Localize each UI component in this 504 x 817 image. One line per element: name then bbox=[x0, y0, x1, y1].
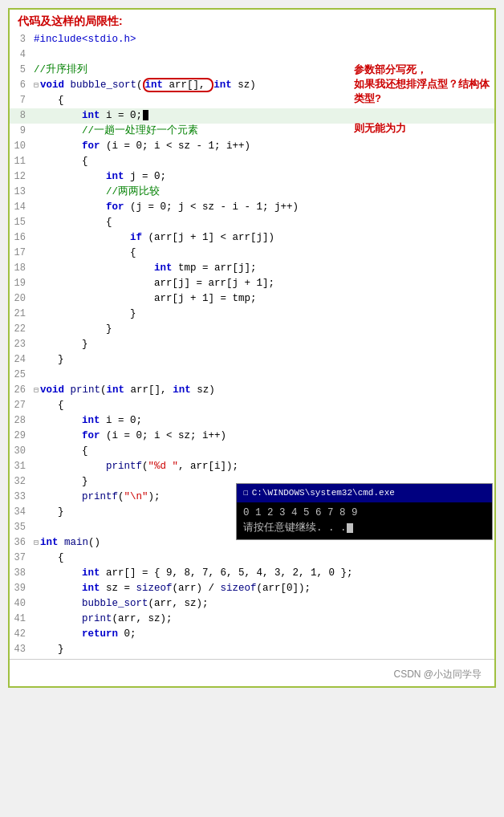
cmd-cursor bbox=[347, 523, 353, 533]
line-num-3: 3 bbox=[10, 32, 32, 47]
footer: CSDN @小边同学导 bbox=[10, 661, 494, 686]
line-num-14: 14 bbox=[10, 200, 32, 215]
cmd-titlebar: ☐ C:\WINDOWS\system32\cmd.exe bbox=[237, 484, 492, 502]
code-line-37: 37 { bbox=[10, 551, 494, 566]
line-num-26: 26 bbox=[10, 383, 32, 398]
line-content-13: //两两比较 bbox=[32, 185, 494, 200]
code-line-43: 43 } bbox=[10, 642, 494, 657]
cmd-icon: ☐ bbox=[243, 486, 249, 501]
line-content-15: { bbox=[32, 215, 494, 230]
line-content-24: } bbox=[32, 352, 494, 368]
code-line-4: 4 bbox=[10, 47, 494, 63]
code-line-22: 22 } bbox=[10, 322, 494, 337]
line-num-28: 28 bbox=[10, 413, 32, 429]
line-content-40: bubble_sort(arr, sz); bbox=[32, 596, 494, 612]
line-num-36: 36 bbox=[10, 535, 32, 551]
code-line-13: 13 //两两比较 bbox=[10, 185, 494, 200]
code-line-12: 12 int j = 0; bbox=[10, 169, 494, 185]
line-content-30: { bbox=[32, 444, 494, 459]
line-num-25: 25 bbox=[10, 368, 32, 383]
code-line-38: 38 int arr[] = { 9, 8, 7, 6, 5, 4, 3, 2,… bbox=[10, 566, 494, 581]
line-content-29: for (i = 0; i < sz; i++) bbox=[32, 429, 494, 444]
line-content-26: ⊟void print(int arr[], int sz) bbox=[32, 383, 494, 398]
code-line-39: 39 int sz = sizeof(arr) / sizeof(arr[0])… bbox=[10, 581, 494, 596]
cmd-region: 33 printf("\n"); 34 } ☐ C:\WINDOWS\syste… bbox=[10, 490, 494, 520]
cmd-body: 0 1 2 3 4 5 6 7 8 9 请按任意键继续. . . bbox=[237, 502, 492, 539]
cmd-output-line: 0 1 2 3 4 5 6 7 8 9 bbox=[243, 506, 486, 521]
line-content-28: int i = 0; bbox=[32, 413, 494, 429]
cmd-title-text: C:\WINDOWS\system32\cmd.exe bbox=[252, 486, 395, 501]
code-line-26: 26 ⊟void print(int arr[], int sz) bbox=[10, 383, 494, 398]
line-content-39: int sz = sizeof(arr) / sizeof(arr[0]); bbox=[32, 581, 494, 596]
line-num-41: 41 bbox=[10, 612, 32, 627]
code-line-31: 31 printf("%d ", arr[i]); bbox=[10, 459, 494, 474]
code-line-21: 21 } bbox=[10, 307, 494, 322]
line-content-31: printf("%d ", arr[i]); bbox=[32, 459, 494, 474]
annotation-text-2: 如果我还想排浮点型？结构体 bbox=[354, 78, 490, 90]
main-container: 代码及这样的局限性: 3 #include<stdio.h> 4 5 //升序排… bbox=[8, 8, 496, 688]
code-line-28: 28 int i = 0; bbox=[10, 413, 494, 429]
line-num-23: 23 bbox=[10, 337, 32, 352]
line-num-16: 16 bbox=[10, 230, 32, 246]
line-num-29: 29 bbox=[10, 429, 32, 444]
code-line-9: 9 //一趟一处理好一个元素 bbox=[10, 124, 494, 139]
code-line-23: 23 } bbox=[10, 337, 494, 352]
line-content-23: } bbox=[32, 337, 494, 352]
line-num-10: 10 bbox=[10, 139, 32, 154]
line-content-43: } bbox=[32, 642, 494, 657]
line-content-42: return 0; bbox=[32, 627, 494, 642]
line-num-22: 22 bbox=[10, 322, 32, 337]
code-line-11: 11 { bbox=[10, 154, 494, 169]
line-num-4: 4 bbox=[10, 47, 32, 63]
line-content-18: int tmp = arr[j]; bbox=[32, 261, 494, 276]
line-content-22: } bbox=[32, 322, 494, 337]
cmd-prompt-line: 请按任意键继续. . . bbox=[243, 521, 486, 536]
line-content-10: for (i = 0; i < sz - 1; i++) bbox=[32, 139, 494, 154]
code-line-19: 19 arr[j] = arr[j + 1]; bbox=[10, 276, 494, 291]
line-num-40: 40 bbox=[10, 596, 32, 612]
code-line-20: 20 arr[j + 1] = tmp; bbox=[10, 291, 494, 307]
line-num-18: 18 bbox=[10, 261, 32, 276]
code-line-42: 42 return 0; bbox=[10, 627, 494, 642]
line-num-6: 6 bbox=[10, 78, 32, 93]
line-content-25 bbox=[32, 368, 494, 383]
line-num-11: 11 bbox=[10, 154, 32, 169]
line-num-9: 9 bbox=[10, 124, 32, 139]
code-line-30: 30 { bbox=[10, 444, 494, 459]
line-num-31: 31 bbox=[10, 459, 32, 474]
line-content-11: { bbox=[32, 154, 494, 169]
line-content-3: #include<stdio.h> bbox=[32, 32, 494, 47]
line-content-9: //一趟一处理好一个元素 bbox=[32, 124, 494, 139]
line-num-13: 13 bbox=[10, 185, 32, 200]
cmd-window: ☐ C:\WINDOWS\system32\cmd.exe 0 1 2 3 4 … bbox=[236, 483, 493, 540]
line-content-16: if (arr[j + 1] < arr[j]) bbox=[32, 230, 494, 246]
line-num-43: 43 bbox=[10, 642, 32, 657]
line-content-38: int arr[] = { 9, 8, 7, 6, 5, 4, 3, 2, 1,… bbox=[32, 566, 494, 581]
line-num-15: 15 bbox=[10, 215, 32, 230]
annotation-text-3: 类型? bbox=[354, 92, 381, 104]
code-line-16: 16 if (arr[j + 1] < arr[j]) bbox=[10, 230, 494, 246]
line-num-8: 8 bbox=[10, 108, 32, 124]
line-num-34: 34 bbox=[10, 505, 32, 520]
code-line-3: 3 #include<stdio.h> bbox=[10, 32, 494, 47]
code-line-27: 27 { bbox=[10, 398, 494, 413]
code-area: 3 #include<stdio.h> 4 5 //升序排列 6 ⊟void b… bbox=[10, 32, 494, 657]
line-content-12: int j = 0; bbox=[32, 169, 494, 185]
line-content-17: { bbox=[32, 246, 494, 261]
line-content-41: print(arr, sz); bbox=[32, 612, 494, 627]
line-num-19: 19 bbox=[10, 276, 32, 291]
footer-divider bbox=[10, 659, 494, 660]
code-line-15: 15 { bbox=[10, 215, 494, 230]
line-num-39: 39 bbox=[10, 581, 32, 596]
line-num-17: 17 bbox=[10, 246, 32, 261]
code-line-14: 14 for (j = 0; j < sz - i - 1; j++) bbox=[10, 200, 494, 215]
code-line-40: 40 bubble_sort(arr, sz); bbox=[10, 596, 494, 612]
title-bar: 代码及这样的局限性: bbox=[10, 10, 494, 32]
line-num-7: 7 bbox=[10, 93, 32, 108]
code-line-18: 18 int tmp = arr[j]; bbox=[10, 261, 494, 276]
line-num-42: 42 bbox=[10, 627, 32, 642]
line-content-4 bbox=[32, 47, 494, 63]
code-line-10: 10 for (i = 0; i < sz - 1; i++) bbox=[10, 139, 494, 154]
line-content-14: for (j = 0; j < sz - i - 1; j++) bbox=[32, 200, 494, 215]
code-line-24: 24 } bbox=[10, 352, 494, 368]
